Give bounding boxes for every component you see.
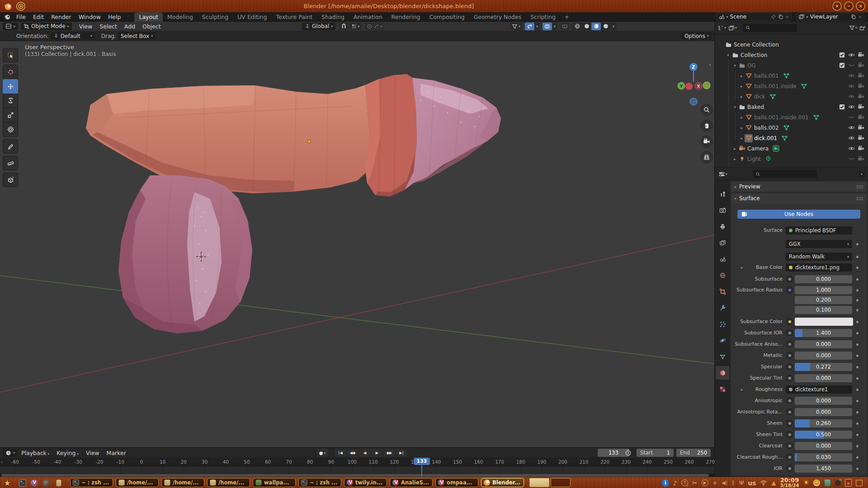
outliner-row-balls-001-inside[interactable]: ▸balls.001.inside	[715, 81, 868, 91]
taskbar-window--zsh-[interactable]: ~ : zsh ...	[298, 478, 341, 487]
tray-music-icon[interactable]: ♪	[673, 480, 677, 486]
gizmo-dropdown[interactable]: ▾	[534, 23, 540, 30]
property-subsurface-aniso--slider[interactable]: 0.000	[795, 340, 852, 348]
animate-dot[interactable]	[856, 377, 859, 380]
exclude-checkbox[interactable]	[837, 62, 847, 69]
taskbar-window-ompaa-[interactable]: ompaa...	[435, 478, 478, 487]
sidebar-collapse-arrow[interactable]: ‹	[709, 61, 711, 68]
outliner-row-scene-collection[interactable]: Scene Collection	[715, 39, 868, 50]
unlink-scene-icon[interactable]: ×	[785, 14, 789, 20]
animate-dot[interactable]	[856, 389, 859, 391]
menu-window[interactable]: Window	[75, 14, 104, 20]
outliner-row-balls-002[interactable]: ▸balls.002	[715, 122, 868, 133]
render-visibility-icon[interactable]	[856, 114, 866, 121]
outliner-row-light[interactable]: ▸Light	[715, 154, 868, 164]
workspace-tab-animation[interactable]: Animation	[349, 12, 387, 22]
outliner-row-dick-001[interactable]: ▸dick.001	[715, 133, 868, 143]
model-shaft[interactable]	[86, 85, 370, 193]
object-origin-dot[interactable]	[308, 140, 311, 143]
tool-measure-button[interactable]	[3, 156, 18, 170]
viewport-menu-view[interactable]: View	[75, 23, 96, 30]
render-visibility-icon[interactable]	[856, 93, 866, 100]
expander-icon[interactable]: ▸	[739, 94, 745, 99]
tray-weather-icon[interactable]: ☀	[803, 479, 809, 486]
animate-dot[interactable]	[856, 256, 859, 258]
navigation-gizmo[interactable]: Z Y X	[676, 47, 714, 110]
show-overlays-toggle[interactable]	[542, 23, 552, 30]
workspace-tab-compositing[interactable]: Compositing	[425, 12, 469, 22]
animate-dot[interactable]	[856, 267, 859, 269]
expander-icon[interactable]: ▸	[739, 136, 745, 141]
render-visibility-icon[interactable]	[856, 145, 866, 152]
exclude-checkbox[interactable]	[837, 103, 847, 110]
animate-dot[interactable]	[856, 321, 859, 323]
animate-dot[interactable]	[856, 299, 859, 301]
record-button[interactable]: ●▾	[316, 449, 328, 457]
render-visibility-icon[interactable]	[856, 72, 866, 79]
animate-dot[interactable]	[856, 434, 859, 436]
transport-jump-to-end-button[interactable]: ▶|	[396, 449, 407, 457]
tool-scale-button[interactable]	[3, 108, 18, 122]
properties-options-dropdown[interactable]: ▾	[859, 171, 865, 178]
outliner-search-input[interactable]	[743, 24, 797, 32]
frame-start-field[interactable]: Start1	[637, 449, 674, 457]
timeline-menu-keying[interactable]: Keying ▾	[53, 450, 82, 456]
camera-view-button[interactable]	[700, 135, 713, 148]
orientation-default-dropdown[interactable]: Default ▾	[51, 32, 95, 40]
taskbar-window-blender-[interactable]: Blender...	[481, 478, 524, 487]
animate-dot[interactable]	[856, 445, 859, 447]
orthographic-grid-button[interactable]	[700, 151, 713, 164]
render-visibility-icon[interactable]	[856, 62, 866, 69]
taskbar-window-twily-in-[interactable]: twily.in...	[344, 478, 387, 487]
outliner-row-dick[interactable]: ▸dick	[715, 91, 868, 102]
property-anisotropic-rota--slider[interactable]: 0.000	[795, 408, 852, 416]
stopwatch-icon[interactable]	[625, 449, 632, 456]
expander-icon[interactable]: ▸	[739, 126, 745, 130]
taskbar-window-analies-[interactable]: AnalieS...	[390, 478, 433, 487]
property-base-color-field[interactable]: dicktexture1.png	[786, 263, 852, 272]
expander-icon[interactable]: ▾	[725, 53, 731, 57]
animate-dot[interactable]	[856, 355, 859, 357]
snap-target-dropdown[interactable]: ▾	[349, 23, 361, 30]
tray-calculator-icon[interactable]	[824, 479, 831, 487]
launcher-browser-icon[interactable]	[30, 479, 39, 488]
mode-dropdown[interactable]: Object Mode ▾	[21, 23, 72, 30]
property-subsurface-radius-slider-1[interactable]: 0.200	[795, 296, 852, 304]
render-visibility-icon[interactable]	[856, 135, 866, 141]
zoom-button[interactable]	[700, 103, 713, 116]
tray-volume-icon[interactable]: ◀)	[722, 480, 727, 485]
clock[interactable]: 20:093/18/24	[780, 477, 799, 488]
animate-dot[interactable]	[856, 400, 859, 402]
tray-upload-icon[interactable]: ↑	[681, 479, 688, 486]
property-surface-field[interactable]: Principled BSDF	[786, 226, 852, 235]
eye-closed-icon[interactable]	[847, 155, 856, 162]
animate-dot[interactable]	[856, 332, 859, 334]
animate-dot[interactable]	[856, 456, 859, 459]
scene-selector[interactable]: ▾ Scene ×	[716, 13, 792, 21]
frame-end-field[interactable]: End250	[676, 449, 711, 457]
add-workspace-button[interactable]: +	[560, 12, 574, 22]
expander-icon[interactable]: ▾	[732, 63, 738, 68]
tool-select-box-button[interactable]	[3, 48, 18, 62]
new-collection-button[interactable]	[859, 25, 866, 31]
transport-prev-keyframe-button[interactable]: ◀◆	[347, 449, 359, 457]
viewlayer-selector[interactable]: ▾ ViewLayer ×	[796, 13, 864, 21]
workspace-tab-texture-paint[interactable]: Texture Paint	[271, 12, 317, 22]
viewport-menu-add[interactable]: Add	[121, 23, 139, 30]
close-button[interactable]: ×	[856, 1, 865, 11]
property-sheen-slider[interactable]: 0.260	[795, 419, 852, 427]
timeline-editor-type-button[interactable]: ▾	[3, 449, 18, 457]
dropdown-random-walk[interactable]: Random Walk▾	[786, 253, 852, 261]
tray-play-icon[interactable]: ▶	[702, 479, 708, 486]
property-anisotropic-slider[interactable]: 0.000	[795, 397, 852, 405]
restore-button[interactable]: –	[844, 1, 854, 11]
workspace-tab-sculpting[interactable]: Sculpting	[198, 12, 233, 22]
tray-keyboard-icon[interactable]: us	[748, 480, 756, 486]
render-visibility-icon[interactable]	[856, 124, 866, 131]
workspace-tab-scripting[interactable]: Scripting	[526, 12, 560, 22]
object-visibility-dropdown[interactable]: ▾	[510, 23, 522, 30]
workspace-tab-geometry-nodes[interactable]: Geometry Nodes	[469, 12, 526, 22]
shading-solid-button[interactable]	[582, 23, 591, 30]
tray-usb-icon[interactable]: Ψ	[739, 480, 744, 486]
copy-viewlayer-icon[interactable]	[851, 14, 856, 19]
